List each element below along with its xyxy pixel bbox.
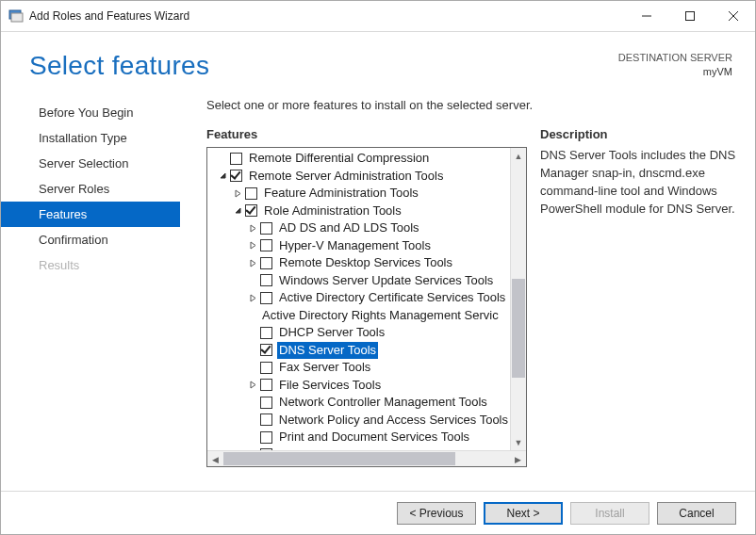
close-button[interactable] (712, 1, 755, 31)
wizard-header: Select features DESTINATION SERVER myVM (1, 32, 755, 98)
expand-icon[interactable] (247, 240, 258, 251)
tree-item-label[interactable]: Hyper-V Management Tools (277, 237, 433, 254)
expand-icon[interactable] (247, 257, 258, 268)
page-title: Select features (29, 51, 209, 81)
tree-checkbox[interactable] (230, 153, 242, 165)
tree-item[interactable]: Network Controller Management Tools (217, 394, 510, 412)
sidebar-item-confirmation[interactable]: Confirmation (1, 227, 180, 252)
vertical-scroll-thumb[interactable] (512, 279, 525, 378)
next-button[interactable]: Next > (484, 502, 563, 525)
tree-item-label[interactable]: DNS Server Tools (277, 342, 378, 359)
tree-item[interactable]: File Services Tools (217, 377, 510, 395)
intro-text: Select one or more features to install o… (206, 98, 742, 112)
tree-checkbox[interactable] (230, 170, 242, 182)
tree-item-label[interactable]: Remote Server Administration Tools (247, 168, 445, 185)
tree-item-label[interactable]: Active Directory Rights Management Servi… (260, 307, 501, 324)
tree-checkbox[interactable] (260, 413, 272, 426)
tree-checkbox[interactable] (260, 431, 272, 444)
tree-checkbox[interactable] (260, 292, 272, 304)
window-title: Add Roles and Features Wizard (29, 9, 189, 23)
tree-item[interactable]: DNS Server Tools (217, 342, 510, 360)
scroll-left-icon[interactable]: ◀ (207, 451, 223, 467)
tree-item-label[interactable]: Remote Desktop Services Tools (277, 254, 454, 271)
tree-item[interactable]: Active Directory Rights Management Servi… (217, 307, 510, 325)
tree-item-label[interactable]: File Services Tools (277, 377, 383, 394)
tree-item[interactable]: Feature Administration Tools (217, 185, 510, 203)
sidebar-item-server-selection[interactable]: Server Selection (1, 151, 180, 176)
sidebar-item-results: Results (1, 252, 180, 278)
tree-checkbox[interactable] (260, 327, 272, 339)
tree-item-label[interactable]: Remote Differential Compression (247, 150, 431, 167)
tree-checkbox[interactable] (260, 257, 272, 269)
tree-checkbox[interactable] (260, 344, 272, 356)
tree-item-label[interactable]: Windows Server Update Services Tools (277, 272, 495, 289)
tree-item-label[interactable]: Print and Document Services Tools (277, 429, 471, 446)
sidebar-item-server-roles[interactable]: Server Roles (1, 176, 180, 202)
sidebar-item-features[interactable]: Features (1, 202, 180, 227)
features-treeview[interactable]: Remote Differential CompressionRemote Se… (206, 147, 527, 467)
scroll-up-icon[interactable]: ▲ (511, 148, 526, 164)
tree-item-label[interactable]: AD DS and AD LDS Tools (277, 219, 421, 236)
destination-value: myVM (618, 65, 732, 79)
tree-checkbox[interactable] (260, 379, 272, 391)
app-icon (8, 8, 24, 24)
scroll-down-icon[interactable]: ▼ (511, 434, 526, 450)
tree-checkbox[interactable] (260, 397, 272, 409)
expand-icon[interactable] (247, 292, 258, 303)
tree-checkbox[interactable] (245, 187, 257, 200)
expand-icon[interactable] (247, 222, 258, 234)
tree-item[interactable]: Remote Differential Compression (217, 150, 510, 168)
install-button[interactable]: Install (570, 502, 649, 525)
collapse-icon[interactable] (217, 170, 228, 182)
tree-checkbox[interactable] (260, 362, 272, 374)
tree-item-label[interactable]: Active Directory Certificate Services To… (277, 289, 507, 306)
features-label: Features (206, 127, 527, 141)
expand-icon[interactable] (232, 187, 243, 199)
tree-item-label[interactable]: Feature Administration Tools (262, 185, 420, 202)
previous-button[interactable]: < Previous (397, 502, 476, 525)
tree-item[interactable]: Remote Server Administration Tools (217, 168, 510, 186)
tree-item[interactable]: Remote Desktop Services Tools (217, 254, 510, 272)
tree-item[interactable]: Active Directory Certificate Services To… (217, 289, 510, 307)
tree-item-label[interactable]: Network Policy and Access Services Tools (277, 412, 510, 429)
tree-item[interactable]: Hyper-V Management Tools (217, 237, 510, 255)
sidebar-item-installation-type[interactable]: Installation Type (1, 125, 180, 151)
tree-item[interactable]: Fax Server Tools (217, 359, 510, 377)
horizontal-scroll-thumb[interactable] (223, 452, 455, 465)
destination-server: DESTINATION SERVER myVM (618, 51, 732, 80)
svg-rect-3 (686, 12, 695, 21)
tree-item-label[interactable]: Fax Server Tools (277, 359, 372, 376)
tree-item[interactable]: AD DS and AD LDS Tools (217, 219, 510, 237)
vertical-scrollbar[interactable]: ▲ ▼ (510, 148, 526, 450)
scroll-right-icon[interactable]: ▶ (510, 451, 526, 467)
horizontal-scrollbar[interactable]: ◀ ▶ (207, 450, 526, 466)
tree-item-label[interactable]: Role Administration Tools (262, 203, 403, 219)
maximize-button[interactable] (668, 1, 712, 31)
tree-checkbox[interactable] (260, 222, 272, 235)
tree-item-label[interactable]: DHCP Server Tools (277, 324, 386, 341)
cancel-button[interactable]: Cancel (657, 502, 736, 525)
tree-item-label[interactable]: Network Controller Management Tools (277, 394, 489, 411)
minimize-button[interactable] (625, 1, 668, 31)
tree-checkbox[interactable] (260, 274, 272, 286)
svg-rect-1 (11, 13, 23, 22)
description-label: Description (540, 127, 742, 141)
wizard-footer: < Previous Next > Install Cancel (1, 491, 755, 534)
titlebar: Add Roles and Features Wizard (1, 1, 755, 31)
tree-checkbox[interactable] (260, 239, 272, 251)
tree-item[interactable]: DHCP Server Tools (217, 324, 510, 342)
expand-icon[interactable] (247, 380, 258, 391)
tree-item[interactable]: Role Administration Tools (217, 203, 510, 220)
tree-item[interactable]: Print and Document Services Tools (217, 429, 510, 446)
sidebar-item-before-you-begin[interactable]: Before You Begin (1, 100, 180, 125)
collapse-icon[interactable] (232, 205, 243, 217)
destination-label: DESTINATION SERVER (618, 51, 732, 65)
caption-buttons (625, 1, 755, 31)
description-text: DNS Server Tools includes the DNS Manage… (540, 147, 742, 218)
tree-item[interactable]: Network Policy and Access Services Tools (217, 412, 510, 430)
tree-item[interactable]: Windows Server Update Services Tools (217, 272, 510, 290)
wizard-sidebar: Before You BeginInstallation TypeServer … (1, 98, 180, 467)
tree-checkbox[interactable] (245, 204, 257, 217)
